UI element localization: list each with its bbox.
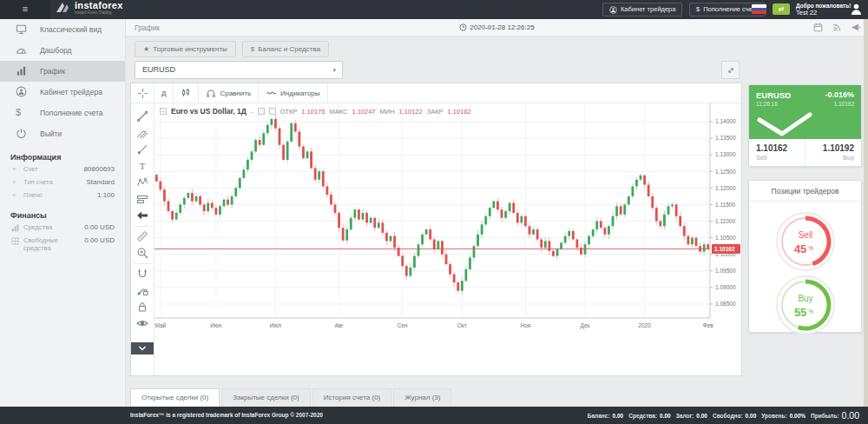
sidebar-item-dashboard[interactable]: Дашборд — [0, 40, 125, 61]
forecast-tool-icon[interactable] — [136, 193, 148, 205]
svg-text:1.11500: 1.11500 — [715, 202, 735, 208]
svg-text:Июл: Июл — [270, 322, 281, 328]
user-avatar-icon[interactable] — [850, 3, 863, 16]
finance-section-title: Финансы — [10, 211, 115, 220]
info-row-account: » Счет 80800693 — [0, 163, 125, 176]
svg-text:Окт: Окт — [457, 322, 467, 328]
crosshair-tool-button[interactable] — [131, 83, 155, 103]
tab-journal[interactable]: Журнал (3) — [393, 388, 451, 407]
language-flag-russian[interactable] — [752, 4, 766, 14]
text-tool-icon[interactable]: T — [136, 160, 148, 172]
level-value: 0.00% — [790, 413, 806, 419]
buy-quote-button[interactable]: 1.10192 Buy — [805, 139, 861, 167]
sidebar-item-chart[interactable]: График — [0, 61, 125, 82]
welcome-block: Добро пожаловать! Test 22 — [796, 3, 851, 17]
trading-instruments-button[interactable]: ★ Торговые инструменты — [135, 41, 236, 57]
svg-text:Дек: Дек — [581, 322, 590, 329]
tab-closed-trades[interactable]: Закрытые сделки (0) — [221, 388, 311, 407]
star-icon: ★ — [143, 42, 149, 56]
brand-logo[interactable]: instaforex Instant Forex Trading — [56, 1, 123, 15]
close-value: 1.10162 — [448, 108, 471, 116]
fullscreen-button[interactable] — [721, 61, 740, 79]
svg-text:Фев: Фев — [703, 322, 714, 328]
topbar: ≡ instaforex Instant Forex Trading Кабин… — [0, 0, 868, 19]
server-datetime: 2020-01-28 12:26:25 — [299, 23, 694, 31]
sidebar-item-logout[interactable]: Выйти — [0, 123, 125, 144]
compare-button[interactable]: Сравнить — [199, 83, 259, 103]
chevron-right-icon: » — [12, 178, 16, 186]
svg-text:2020: 2020 — [638, 322, 651, 328]
balance-funds-button[interactable]: $ Баланс и Средства — [242, 41, 329, 57]
eye-tool-icon[interactable] — [136, 317, 148, 329]
tab-open-trades[interactable]: Открытые сделки (0) — [130, 388, 220, 407]
timeframe-button[interactable]: Д — [155, 83, 174, 103]
grid-icon — [11, 237, 19, 245]
brand-name: instaforex — [75, 1, 123, 10]
pattern-tool-icon[interactable] — [136, 176, 148, 189]
buy-percentage-gauge[interactable]: Buy55% — [774, 274, 837, 336]
free-value: 0.00 — [746, 413, 757, 419]
brush-tool-icon[interactable] — [136, 143, 148, 156]
dashboard-gauge-icon — [16, 44, 27, 56]
symbol-select[interactable]: EURUSD ▾ — [135, 61, 343, 79]
person-circle-icon — [16, 86, 27, 97]
svg-text:1.12000: 1.12000 — [715, 185, 736, 191]
chart-style-button[interactable] — [174, 83, 199, 103]
trader-cabinet-button[interactable]: Кабинет трейдера — [602, 3, 682, 17]
sidebar-item-deposit[interactable]: $ Пополнение счета — [0, 103, 125, 123]
quote-price: 1.10162 — [834, 101, 855, 107]
svg-text:1.10162: 1.10162 — [714, 246, 735, 252]
sell-quote-button[interactable]: 1.10162 Sell — [749, 139, 805, 167]
trendline-tool-icon[interactable] — [136, 110, 148, 123]
quote-card-eurusd[interactable]: EURUSD -0.016% 11:26:16 1.10162 1.10162 … — [748, 84, 862, 167]
lock-tool-icon[interactable] — [136, 301, 148, 313]
chart-title: Euro vs US Dollar, 1Д — [171, 107, 247, 116]
ruler-tool-icon[interactable] — [136, 230, 148, 242]
magnet-tool-icon[interactable] — [136, 268, 148, 280]
buy-price: 1.10192 — [812, 143, 854, 153]
tab-account-history[interactable]: История счета (0) — [312, 388, 392, 407]
cursor-arrow-icon[interactable] — [136, 209, 148, 222]
menu-toggle-button[interactable]: ≡ — [0, 0, 50, 19]
svg-text:Авг: Авг — [334, 322, 344, 328]
trademark-text: InstaForex™ is a registered trademark of… — [130, 412, 323, 418]
indicators-button[interactable]: Индикаторы — [259, 83, 327, 103]
legend-collapse-button[interactable]: − — [160, 108, 167, 115]
svg-text:Июн: Июн — [210, 322, 222, 328]
svg-text:1.13000: 1.13000 — [715, 151, 736, 157]
info-row-account-type: » Тип счета Standard — [0, 176, 125, 189]
drawing-lock-tool-icon[interactable] — [136, 284, 148, 296]
info-section-title: Информация — [10, 153, 115, 162]
high-value: 1.10247 — [352, 108, 375, 116]
svg-text:T: T — [140, 161, 146, 171]
pitchfork-tool-icon[interactable] — [136, 127, 148, 139]
sidebar-item-trader-cabinet[interactable]: Кабинет трейдера — [0, 82, 125, 103]
zoom-in-tool-icon[interactable] — [136, 247, 148, 259]
sidebar-item-classic-view[interactable]: Классический вид — [0, 19, 125, 40]
collapse-toolbar-button[interactable] — [131, 342, 154, 354]
megaphone-icon[interactable] — [852, 23, 861, 32]
profit-value: 0.00 — [842, 410, 859, 421]
candlestick-chart[interactable]: МайИюнИюлАвгСенОктНояДек2020Фев1.140001.… — [155, 103, 741, 331]
mini-chart-icon — [11, 224, 19, 232]
rss-icon[interactable] — [832, 23, 842, 32]
dollar-icon: $ — [696, 3, 700, 16]
chevron-down-icon — [138, 345, 147, 352]
power-icon — [16, 128, 27, 139]
page-header: График 2020-01-28 12:26:25 — [126, 19, 868, 36]
sell-percentage-gauge[interactable]: Sell45% — [774, 210, 837, 273]
chart-panel: Д Сравнить Индикаторы T — [130, 83, 742, 376]
chevron-right-icon: » — [12, 191, 16, 199]
chart-plot-area[interactable]: МайИюнИюлАвгСенОктНояДек2020Фев1.140001.… — [155, 103, 741, 375]
legend-toggle-button[interactable] — [269, 108, 276, 115]
trader-positions-card: Позиции трейдеров Sell45% Buy55% — [748, 180, 862, 333]
legend-toggle-button[interactable] — [258, 108, 265, 115]
exchange-button[interactable]: ⇄ — [773, 3, 790, 15]
balance-value: 0.00 — [613, 413, 624, 419]
clock-icon — [459, 23, 467, 31]
calendar-icon[interactable] — [813, 23, 823, 32]
scrollbar[interactable] — [864, 19, 868, 407]
bar-chart-icon — [16, 65, 27, 76]
wave-icon — [266, 88, 277, 98]
hamburger-icon: ≡ — [23, 3, 28, 14]
